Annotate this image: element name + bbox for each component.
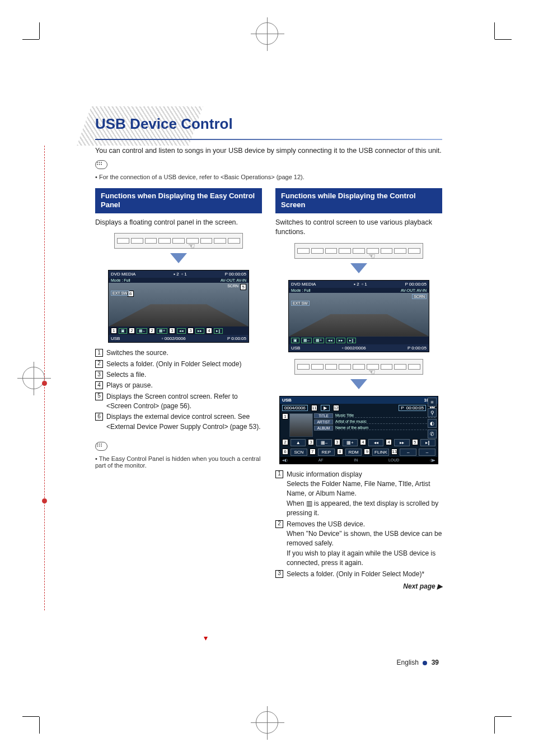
registration-top	[256, 22, 278, 45]
rep-button[interactable]: REP	[318, 449, 335, 456]
video-screenshot-right: DVD MEDIA ▪ 2 ▫ 1 P 00:00:05 Mode : Full…	[288, 280, 429, 352]
artist-tag[interactable]: ARTIST	[314, 419, 333, 424]
scroll-left-icon[interactable]: ◂◐	[282, 458, 288, 463]
info-icon	[95, 442, 107, 451]
registration-left	[22, 367, 45, 389]
next-button[interactable]: ▸▸	[394, 439, 409, 446]
play-pause-button[interactable]: ▸‖	[347, 338, 356, 343]
manual-page: USB Device Control You can control and l…	[0, 0, 534, 756]
folder-prev-button[interactable]: ▦–	[301, 338, 312, 343]
legend-num: 6	[95, 413, 103, 421]
bottom-source: USB	[291, 346, 300, 351]
usb-header: USB	[282, 398, 292, 403]
prev-button[interactable]: ◂◂	[368, 439, 383, 446]
right-legend: 1Music information display Selects the F…	[275, 470, 442, 579]
eject-button[interactable]: ▲	[291, 439, 306, 446]
scn-button[interactable]: SCN	[291, 449, 307, 456]
meta-box: TITLEMusic Title ARTISTArtist of the mus…	[314, 413, 435, 437]
menu-icon[interactable]: ≡	[428, 398, 437, 407]
phone-icon[interactable]: ✆	[428, 430, 437, 438]
legend-num: 1	[95, 349, 103, 357]
legend-text: Selects a folder. (Only in Folder Select…	[287, 570, 424, 579]
legend-text: Music information display Selects the Fo…	[287, 470, 442, 519]
play-pause-button[interactable]: ▸‖	[420, 439, 435, 446]
left-column: Functions when Displaying the Easy Contr…	[95, 188, 262, 590]
next-page-link[interactable]: Next page ▶	[275, 582, 442, 590]
scrn-button[interactable]: SCRN	[412, 294, 427, 299]
play-pause-button[interactable]: ▸‖	[214, 328, 223, 334]
play-time: P 00:00:05	[405, 282, 427, 287]
left-footnote: The Easy Control Panel is hidden when yo…	[95, 455, 262, 469]
scroll-right-icon[interactable]: ◑▸	[430, 458, 435, 463]
src-button[interactable]: ▣	[119, 328, 127, 334]
prev-file-button[interactable]: ◂◂	[177, 328, 186, 334]
avout-label: AV-OUT: AV-IN	[401, 288, 427, 292]
album-tag[interactable]: ALBUM	[314, 426, 333, 431]
video-title: DVD MEDIA	[111, 272, 135, 277]
legend-num: 5	[95, 393, 103, 400]
af-label: AF	[318, 458, 324, 463]
columns: Functions when Displaying the Easy Contr…	[95, 188, 442, 590]
legend-num: 3	[275, 570, 283, 578]
callout-12: 12	[333, 405, 339, 411]
scrn-button[interactable]: SCRN	[227, 284, 238, 288]
hand-icon: ☜	[188, 241, 195, 250]
callout-5: 5	[412, 439, 418, 445]
down-arrow-icon	[275, 263, 442, 276]
play-icon: ▶	[321, 405, 330, 411]
avout-label: AV-OUT: AV-IN	[221, 278, 246, 282]
legend-text: Plays or pause.	[106, 381, 153, 390]
callout-11: 11	[311, 405, 317, 411]
video-title: DVD MEDIA	[291, 282, 316, 287]
fold-dot	[42, 381, 47, 386]
callout-2b: 2	[149, 328, 155, 334]
folder-prev-button[interactable]: ▦–	[316, 439, 331, 446]
folder-prev-button[interactable]: ▦–	[137, 328, 147, 334]
extsw-button[interactable]: EXT SW	[291, 301, 310, 306]
blank-button[interactable]: –	[419, 449, 435, 456]
fold-dot	[42, 498, 47, 503]
legend-text: Removes the USB device. When "No Device"…	[287, 520, 442, 568]
folder-next-button[interactable]: ▦+	[313, 338, 324, 343]
mode-label: Mode : Full	[111, 278, 130, 282]
folder-next-button[interactable]: ▦+	[157, 328, 167, 334]
album-value: Name of the album	[335, 426, 435, 430]
usb-control-screenshot: USB 10:10 0004/0006 11 ▶ 12 P 00:00:05 1…	[279, 396, 438, 464]
flink-button[interactable]: FLINK	[372, 449, 389, 456]
prev-file-button[interactable]: ◂◂	[326, 338, 335, 343]
toolbar-screenshot: ☜	[294, 359, 423, 375]
mode-label: Mode : Full	[291, 288, 311, 292]
svg-marker-0	[170, 253, 187, 263]
cropmark-tl	[39, 39, 62, 62]
rdm-button[interactable]: RDM	[345, 449, 362, 456]
title-tag[interactable]: TITLE	[314, 413, 333, 418]
legend-text: Displays the Screen control screen. Refe…	[106, 392, 262, 412]
toolbar-screenshot: ☜	[114, 233, 243, 249]
callout-6: 6	[282, 449, 288, 455]
down-arrow-icon	[275, 379, 442, 391]
extsw-button[interactable]: EXT SW	[111, 291, 129, 296]
callout-5: 5	[240, 284, 246, 290]
bottom-track: ▫ 0002/0006	[342, 346, 366, 351]
page-content: USB Device Control You can control and l…	[95, 112, 442, 590]
right-heading: Functions while Displaying the Control S…	[275, 188, 442, 213]
folder-next-button[interactable]: ▦+	[343, 439, 358, 446]
fold-line	[44, 146, 45, 610]
chapter-indicator: ▪ 2 ▫ 1	[354, 282, 367, 287]
next-file-button[interactable]: ▸▸	[195, 328, 204, 334]
src-button[interactable]: ▣	[291, 338, 299, 343]
search-icon[interactable]: ⚲	[428, 408, 437, 417]
callout-4: 4	[360, 439, 366, 445]
clock-icon[interactable]: ◐	[428, 419, 437, 428]
callout-1: 1	[282, 413, 288, 419]
title-value: Music Title	[335, 413, 435, 418]
next-file-button[interactable]: ▸▸	[336, 338, 345, 343]
page-footer: English 39	[397, 659, 439, 666]
footer-page-number: 39	[432, 659, 439, 666]
blank-button[interactable]: –	[400, 449, 416, 456]
callout-13: 13	[391, 449, 397, 455]
registration-bottom	[256, 711, 278, 734]
callout-2: 2	[282, 439, 288, 445]
bottom-source: USB	[111, 336, 120, 341]
intro-text: You can control and listen to songs in y…	[95, 146, 442, 156]
